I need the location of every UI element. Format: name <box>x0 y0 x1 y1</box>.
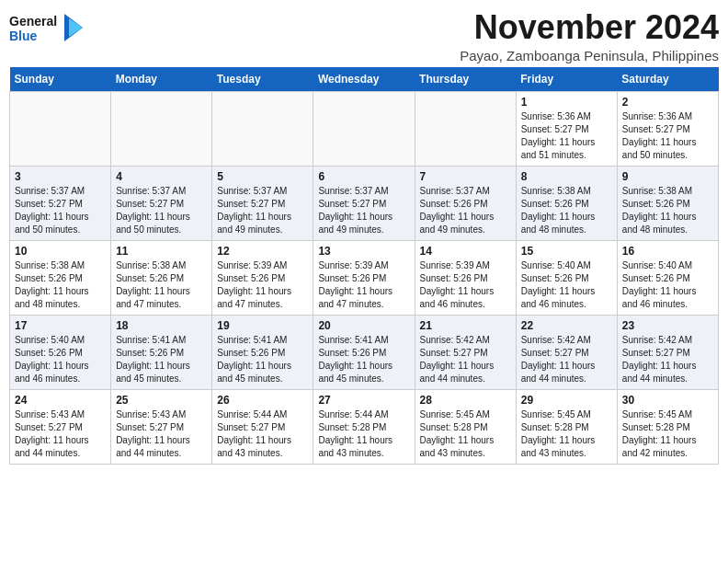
day-info: Sunrise: 5:38 AMSunset: 5:26 PMDaylight:… <box>521 185 612 236</box>
day-number: 11 <box>116 245 207 258</box>
day-info: Sunrise: 5:39 AMSunset: 5:26 PMDaylight:… <box>318 259 409 311</box>
day-cell-20: 20Sunrise: 5:41 AMSunset: 5:26 PMDayligh… <box>313 315 415 389</box>
day-info: Sunrise: 5:43 AMSunset: 5:27 PMDaylight:… <box>116 408 207 460</box>
week-row-2: 3Sunrise: 5:37 AMSunset: 5:27 PMDaylight… <box>10 166 719 240</box>
week-row-3: 10Sunrise: 5:38 AMSunset: 5:26 PMDayligh… <box>10 240 719 315</box>
week-row-5: 24Sunrise: 5:43 AMSunset: 5:27 PMDayligh… <box>10 389 719 464</box>
day-info: Sunrise: 5:42 AMSunset: 5:27 PMDaylight:… <box>521 334 612 385</box>
day-info: Sunrise: 5:41 AMSunset: 5:26 PMDaylight:… <box>116 334 207 385</box>
weekday-header-row: SundayMondayTuesdayWednesdayThursdayFrid… <box>10 67 719 92</box>
weekday-header-sunday: Sunday <box>10 67 111 92</box>
day-number: 14 <box>420 245 511 258</box>
day-number: 7 <box>420 170 511 183</box>
weekday-header-monday: Monday <box>111 67 212 92</box>
day-cell-4: 4Sunrise: 5:37 AMSunset: 5:27 PMDaylight… <box>111 166 212 240</box>
day-cell-22: 22Sunrise: 5:42 AMSunset: 5:27 PMDayligh… <box>516 315 617 389</box>
day-info: Sunrise: 5:38 AMSunset: 5:26 PMDaylight:… <box>15 259 106 311</box>
day-cell-15: 15Sunrise: 5:40 AMSunset: 5:26 PMDayligh… <box>516 240 617 315</box>
location-title: Payao, Zamboanga Peninsula, Philippines <box>460 48 719 63</box>
empty-cell <box>313 91 415 166</box>
header: General Blue November 2024 Payao, Zamboa… <box>9 9 719 63</box>
day-number: 19 <box>217 319 308 332</box>
day-cell-1: 1Sunrise: 5:36 AMSunset: 5:27 PMDaylight… <box>516 91 617 166</box>
day-number: 28 <box>420 394 511 407</box>
day-cell-19: 19Sunrise: 5:41 AMSunset: 5:26 PMDayligh… <box>212 315 313 389</box>
logo-svg: General Blue <box>9 9 92 46</box>
day-cell-23: 23Sunrise: 5:42 AMSunset: 5:27 PMDayligh… <box>617 315 718 389</box>
day-cell-8: 8Sunrise: 5:38 AMSunset: 5:26 PMDaylight… <box>516 166 617 240</box>
day-cell-16: 16Sunrise: 5:40 AMSunset: 5:26 PMDayligh… <box>617 240 718 315</box>
empty-cell <box>415 91 516 166</box>
svg-marker-1 <box>69 18 83 37</box>
week-row-4: 17Sunrise: 5:40 AMSunset: 5:26 PMDayligh… <box>10 315 719 389</box>
day-cell-5: 5Sunrise: 5:37 AMSunset: 5:27 PMDaylight… <box>212 166 313 240</box>
day-info: Sunrise: 5:44 AMSunset: 5:27 PMDaylight:… <box>217 408 308 460</box>
empty-cell <box>212 91 313 166</box>
day-info: Sunrise: 5:42 AMSunset: 5:27 PMDaylight:… <box>622 334 713 385</box>
day-info: Sunrise: 5:38 AMSunset: 5:26 PMDaylight:… <box>622 185 713 236</box>
day-info: Sunrise: 5:36 AMSunset: 5:27 PMDaylight:… <box>622 110 713 162</box>
day-info: Sunrise: 5:45 AMSunset: 5:28 PMDaylight:… <box>420 408 511 460</box>
day-info: Sunrise: 5:37 AMSunset: 5:27 PMDaylight:… <box>318 185 409 236</box>
day-number: 6 <box>318 170 409 183</box>
day-cell-24: 24Sunrise: 5:43 AMSunset: 5:27 PMDayligh… <box>10 389 111 464</box>
svg-text:Blue: Blue <box>9 29 38 43</box>
day-number: 16 <box>622 245 713 258</box>
weekday-header-wednesday: Wednesday <box>313 67 415 92</box>
weekday-header-friday: Friday <box>516 67 617 92</box>
weekday-header-tuesday: Tuesday <box>212 67 313 92</box>
day-info: Sunrise: 5:45 AMSunset: 5:28 PMDaylight:… <box>622 408 713 460</box>
day-number: 8 <box>521 170 612 183</box>
day-number: 21 <box>420 319 511 332</box>
day-info: Sunrise: 5:41 AMSunset: 5:26 PMDaylight:… <box>318 334 409 385</box>
day-number: 22 <box>521 319 612 332</box>
title-area: November 2024 Payao, Zamboanga Peninsula… <box>460 9 719 63</box>
logo: General Blue <box>9 9 92 46</box>
day-info: Sunrise: 5:40 AMSunset: 5:26 PMDaylight:… <box>15 334 106 385</box>
day-number: 1 <box>521 96 612 109</box>
empty-cell <box>10 91 111 166</box>
day-cell-18: 18Sunrise: 5:41 AMSunset: 5:26 PMDayligh… <box>111 315 212 389</box>
day-number: 4 <box>116 170 207 183</box>
day-info: Sunrise: 5:41 AMSunset: 5:26 PMDaylight:… <box>217 334 308 385</box>
day-cell-13: 13Sunrise: 5:39 AMSunset: 5:26 PMDayligh… <box>313 240 415 315</box>
day-number: 9 <box>622 170 713 183</box>
day-number: 24 <box>15 394 106 407</box>
day-number: 12 <box>217 245 308 258</box>
day-info: Sunrise: 5:37 AMSunset: 5:26 PMDaylight:… <box>420 185 511 236</box>
day-info: Sunrise: 5:42 AMSunset: 5:27 PMDaylight:… <box>420 334 511 385</box>
day-cell-30: 30Sunrise: 5:45 AMSunset: 5:28 PMDayligh… <box>617 389 718 464</box>
day-cell-9: 9Sunrise: 5:38 AMSunset: 5:26 PMDaylight… <box>617 166 718 240</box>
day-cell-29: 29Sunrise: 5:45 AMSunset: 5:28 PMDayligh… <box>516 389 617 464</box>
day-number: 17 <box>15 319 106 332</box>
day-cell-3: 3Sunrise: 5:37 AMSunset: 5:27 PMDaylight… <box>10 166 111 240</box>
day-info: Sunrise: 5:40 AMSunset: 5:26 PMDaylight:… <box>622 259 713 311</box>
day-info: Sunrise: 5:36 AMSunset: 5:27 PMDaylight:… <box>521 110 612 162</box>
day-number: 30 <box>622 394 713 407</box>
day-cell-10: 10Sunrise: 5:38 AMSunset: 5:26 PMDayligh… <box>10 240 111 315</box>
svg-text:General: General <box>9 14 57 29</box>
day-info: Sunrise: 5:37 AMSunset: 5:27 PMDaylight:… <box>15 185 106 236</box>
day-number: 3 <box>15 170 106 183</box>
day-info: Sunrise: 5:37 AMSunset: 5:27 PMDaylight:… <box>116 185 207 236</box>
day-info: Sunrise: 5:44 AMSunset: 5:28 PMDaylight:… <box>318 408 409 460</box>
day-number: 27 <box>318 394 409 407</box>
day-info: Sunrise: 5:45 AMSunset: 5:28 PMDaylight:… <box>521 408 612 460</box>
empty-cell <box>111 91 212 166</box>
day-cell-2: 2Sunrise: 5:36 AMSunset: 5:27 PMDaylight… <box>617 91 718 166</box>
day-cell-17: 17Sunrise: 5:40 AMSunset: 5:26 PMDayligh… <box>10 315 111 389</box>
day-cell-28: 28Sunrise: 5:45 AMSunset: 5:28 PMDayligh… <box>415 389 516 464</box>
day-cell-12: 12Sunrise: 5:39 AMSunset: 5:26 PMDayligh… <box>212 240 313 315</box>
day-cell-11: 11Sunrise: 5:38 AMSunset: 5:26 PMDayligh… <box>111 240 212 315</box>
day-info: Sunrise: 5:39 AMSunset: 5:26 PMDaylight:… <box>217 259 308 311</box>
weekday-header-thursday: Thursday <box>415 67 516 92</box>
week-row-1: 1Sunrise: 5:36 AMSunset: 5:27 PMDaylight… <box>10 91 719 166</box>
day-cell-14: 14Sunrise: 5:39 AMSunset: 5:26 PMDayligh… <box>415 240 516 315</box>
day-cell-27: 27Sunrise: 5:44 AMSunset: 5:28 PMDayligh… <box>313 389 415 464</box>
day-number: 5 <box>217 170 308 183</box>
day-number: 26 <box>217 394 308 407</box>
day-cell-25: 25Sunrise: 5:43 AMSunset: 5:27 PMDayligh… <box>111 389 212 464</box>
day-cell-7: 7Sunrise: 5:37 AMSunset: 5:26 PMDaylight… <box>415 166 516 240</box>
weekday-header-saturday: Saturday <box>617 67 718 92</box>
day-cell-6: 6Sunrise: 5:37 AMSunset: 5:27 PMDaylight… <box>313 166 415 240</box>
